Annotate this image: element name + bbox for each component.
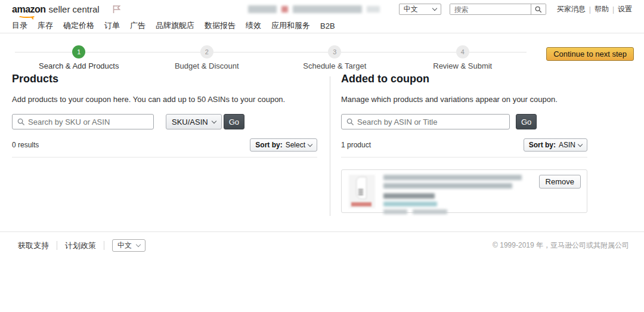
step-review-submit[interactable]: 4 Review & Submit xyxy=(399,45,527,70)
footer: 获取支持 计划政策 中文 © 1999-2019 年，亚马逊公司或其附属公司 xyxy=(0,231,644,312)
product-image-red-label xyxy=(351,202,371,206)
product-image-shape xyxy=(356,177,367,199)
step-1-label: Search & Add Products xyxy=(39,61,119,70)
step-search-add-products[interactable]: 1 Search & Add Products xyxy=(15,45,143,70)
redacted-product-sku xyxy=(383,193,435,199)
nav-item-catalog[interactable]: 目录 xyxy=(12,20,27,31)
coupon-results-count: 1 product xyxy=(341,141,371,149)
products-sort-button[interactable]: Sort by: Select xyxy=(250,138,317,152)
redacted-badge xyxy=(281,6,288,13)
coupon-search-row: Go xyxy=(341,114,587,129)
chevron-down-icon xyxy=(308,141,312,146)
nav-item-b2b[interactable]: B2B xyxy=(320,21,335,30)
nav-item-orders[interactable]: 订单 xyxy=(104,20,120,31)
nav-item-pricing[interactable]: 确定价格 xyxy=(63,20,94,31)
redacted-product-price xyxy=(383,209,407,214)
sku-asin-dropdown[interactable]: SKU/ASIN xyxy=(166,114,222,129)
program-policies-link[interactable]: 计划政策 xyxy=(65,240,96,251)
header: amazon seller central 中文 xyxy=(0,0,644,18)
products-results-row: 0 results Sort by: Select xyxy=(12,138,317,152)
search-icon xyxy=(17,118,25,126)
buyer-messages-link[interactable]: 买家消息 xyxy=(553,4,589,14)
redacted-product-price-row xyxy=(383,209,522,214)
footer-separator xyxy=(57,241,57,250)
coupon-results-row: 1 product Sort by: ASIN xyxy=(341,138,587,152)
nav-item-stores[interactable]: 品牌旗舰店 xyxy=(156,20,194,31)
nav-item-apps-services[interactable]: 应用和服务 xyxy=(271,20,310,31)
redacted-product-stock xyxy=(413,209,447,214)
footer-links: 获取支持 计划政策 中文 xyxy=(18,239,145,252)
chevron-down-icon xyxy=(136,242,141,247)
step-2-label: Budget & Discount xyxy=(175,61,239,70)
products-results-count: 0 results xyxy=(12,141,39,149)
coupon-wizard-stepper: 1 Search & Add Products 2 Budget & Disco… xyxy=(0,33,644,70)
nav-item-reports[interactable]: 数据报告 xyxy=(205,20,236,31)
step-1-circle: 1 xyxy=(72,45,85,58)
settings-link[interactable]: 设置 xyxy=(614,4,636,14)
coupon-search-field xyxy=(341,114,510,129)
nav-item-inventory[interactable]: 库存 xyxy=(38,20,53,31)
get-support-link[interactable]: 获取支持 xyxy=(18,240,49,251)
step-4-label: Review & Submit xyxy=(433,61,492,70)
continue-to-next-step-button[interactable]: Continue to next step xyxy=(546,47,634,61)
panel-divider xyxy=(341,157,587,157)
coupon-panel-description: Manage which products and variations app… xyxy=(341,95,587,104)
step-3-circle: 3 xyxy=(328,45,341,58)
products-go-button[interactable]: Go xyxy=(224,114,244,129)
products-search-row: SKU/ASIN Go xyxy=(12,114,317,129)
chevron-down-icon xyxy=(211,118,216,123)
products-search-field xyxy=(12,114,154,129)
account-info-redacted xyxy=(248,5,380,13)
header-links: 买家消息 | 帮助 | 设置 xyxy=(553,4,636,14)
panel-divider xyxy=(12,157,317,157)
main-nav: 目录 库存 确定价格 订单 广告 品牌旗舰店 数据报告 绩效 应用和服务 B2B xyxy=(0,18,644,33)
redacted-product-title-line-2 xyxy=(383,183,512,189)
footer-separator xyxy=(104,241,104,250)
step-schedule-target[interactable]: 3 Schedule & Target xyxy=(271,45,399,70)
sku-asin-dropdown-value: SKU/ASIN xyxy=(172,118,208,126)
header-search-button[interactable] xyxy=(531,4,546,14)
product-image-redacted xyxy=(349,175,375,208)
redacted-account-text xyxy=(293,5,362,13)
sort-by-value: Select xyxy=(286,141,305,149)
product-image-detail xyxy=(358,189,363,195)
search-icon xyxy=(346,118,354,126)
amazon-smile-icon xyxy=(17,13,36,18)
nav-item-performance[interactable]: 绩效 xyxy=(246,20,261,31)
remove-product-button[interactable]: Remove xyxy=(539,175,581,189)
help-link[interactable]: 帮助 xyxy=(591,4,612,14)
sort-by-label: Sort by: xyxy=(255,141,282,149)
header-search-input[interactable] xyxy=(450,4,531,14)
step-4-circle: 4 xyxy=(456,45,469,58)
sort-by-label: Sort by: xyxy=(529,141,556,149)
chevron-down-icon xyxy=(432,6,437,11)
coupon-go-button[interactable]: Go xyxy=(516,114,537,129)
redacted-marketplace xyxy=(367,6,380,13)
redacted-product-title-line-1 xyxy=(383,175,522,180)
products-search-input[interactable] xyxy=(28,118,153,126)
amazon-seller-central-logo[interactable]: amazon seller central xyxy=(12,4,100,15)
panels-vertical-divider xyxy=(330,76,330,216)
copyright-text: © 1999-2019 年，亚马逊公司或其附属公司 xyxy=(493,240,629,251)
added-to-coupon-panel: Added to coupon Manage which products an… xyxy=(341,73,587,213)
logo-suffix-text: seller central xyxy=(49,4,100,14)
nav-item-advertising[interactable]: 广告 xyxy=(130,20,145,31)
redacted-product-asin-link xyxy=(383,202,437,206)
step-3-label: Schedule & Target xyxy=(303,61,366,70)
search-icon xyxy=(535,6,542,13)
footer-language-value: 中文 xyxy=(117,240,132,251)
header-search xyxy=(450,4,546,15)
redacted-store-name xyxy=(248,5,277,13)
step-2-circle: 2 xyxy=(200,45,213,58)
sort-by-value: ASIN xyxy=(559,141,575,149)
flag-icon[interactable] xyxy=(113,5,121,14)
coupon-search-input[interactable] xyxy=(357,118,509,126)
footer-language-select[interactable]: 中文 xyxy=(112,239,145,252)
step-budget-discount[interactable]: 2 Budget & Discount xyxy=(143,45,271,70)
seller-central-coupon-page: amazon seller central 中文 xyxy=(0,0,644,312)
product-details-redacted xyxy=(383,175,522,214)
coupon-sort-button[interactable]: Sort by: ASIN xyxy=(524,138,587,152)
header-language-select[interactable]: 中文 xyxy=(399,4,441,15)
products-panel-description: Add products to your coupon here. You ca… xyxy=(12,95,317,104)
coupon-panel-title: Added to coupon xyxy=(341,73,587,85)
